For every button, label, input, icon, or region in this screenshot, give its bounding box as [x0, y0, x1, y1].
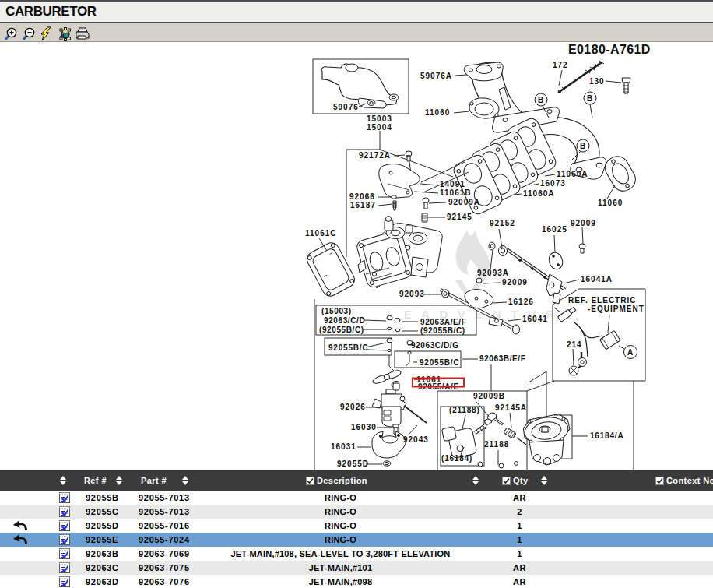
svg-text:59076: 59076 — [333, 103, 359, 111]
svg-text:92055B/C: 92055B/C — [420, 358, 459, 367]
svg-text:11060A: 11060A — [557, 170, 588, 178]
svg-text:16041: 16041 — [522, 315, 548, 323]
svg-text:E0180-A761D: E0180-A761D — [568, 43, 651, 56]
svg-text:11060: 11060 — [425, 108, 450, 117]
svg-text:92009: 92009 — [571, 219, 596, 227]
svg-text:92063B/E/F: 92063B/E/F — [479, 354, 525, 363]
svg-text:92063/C/D: 92063/C/D — [324, 316, 365, 325]
svg-text:REF. ELECTRIC: REF. ELECTRIC — [568, 296, 636, 305]
svg-text:92063C/D/G: 92063C/D/G — [411, 341, 459, 350]
svg-text:B: B — [580, 142, 585, 150]
svg-text:(21188): (21188) — [449, 406, 480, 414]
svg-text:B: B — [587, 94, 592, 103]
svg-text:(92055B/C): (92055B/C) — [420, 326, 465, 335]
svg-text:172: 172 — [553, 61, 568, 69]
svg-text:59076A: 59076A — [420, 72, 452, 80]
svg-text:92145A: 92145A — [495, 403, 527, 412]
svg-text:92093: 92093 — [399, 290, 425, 298]
svg-text:92093A: 92093A — [477, 269, 509, 277]
svg-text:15003: 15003 — [367, 114, 392, 123]
svg-text:16184/A: 16184/A — [590, 431, 623, 440]
svg-text:11061C: 11061C — [305, 229, 336, 238]
svg-text:92009A: 92009A — [448, 198, 480, 206]
svg-text:92009: 92009 — [502, 278, 528, 287]
svg-text:92066: 92066 — [349, 192, 375, 201]
svg-text:92172A: 92172A — [359, 151, 391, 160]
svg-text:92055B/C: 92055B/C — [328, 343, 368, 352]
svg-text:92026: 92026 — [340, 403, 366, 411]
svg-text:B: B — [538, 96, 543, 104]
svg-text:92009B: 92009B — [473, 392, 505, 400]
svg-text:11060: 11060 — [598, 199, 623, 207]
svg-text:21188: 21188 — [484, 440, 509, 449]
svg-text:(15003): (15003) — [321, 307, 352, 315]
svg-text:16030: 16030 — [351, 423, 377, 431]
svg-text:16073: 16073 — [540, 179, 566, 188]
svg-text:92063A/E/F: 92063A/E/F — [420, 318, 466, 326]
svg-text:(92055B/C): (92055B/C) — [319, 326, 364, 334]
svg-text:15004: 15004 — [367, 123, 392, 132]
svg-text:-EQUIPMENT: -EQUIPMENT — [588, 305, 645, 313]
svg-text:92055D: 92055D — [337, 459, 369, 468]
svg-text:130: 130 — [589, 77, 605, 86]
svg-text:16126: 16126 — [508, 298, 534, 306]
svg-text:16031: 16031 — [331, 442, 356, 451]
svg-text:16025: 16025 — [542, 225, 567, 234]
svg-text:92145: 92145 — [447, 213, 472, 221]
svg-text:214: 214 — [567, 340, 582, 349]
svg-text:11061B: 11061B — [440, 188, 471, 197]
svg-text:(16184): (16184) — [441, 454, 472, 463]
svg-text:A: A — [627, 348, 633, 357]
svg-text:14091: 14091 — [440, 180, 465, 188]
svg-text:11060A: 11060A — [523, 189, 554, 198]
svg-text:16041A: 16041A — [581, 275, 613, 283]
svg-text:16187: 16187 — [350, 201, 376, 209]
svg-text:92152: 92152 — [490, 219, 515, 227]
svg-text:92043: 92043 — [403, 435, 429, 444]
